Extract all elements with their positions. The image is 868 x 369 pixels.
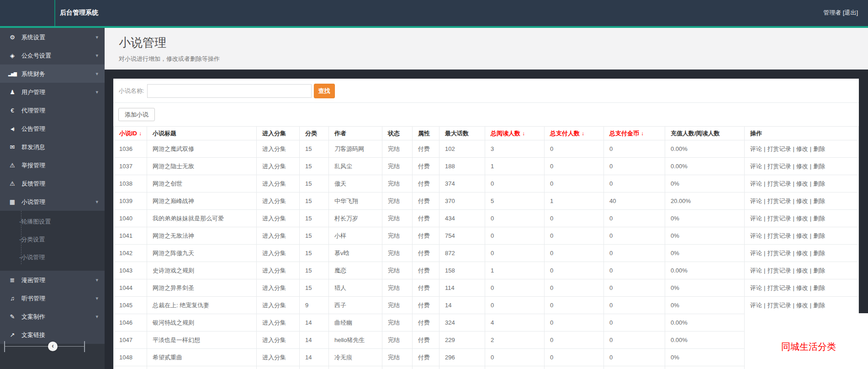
op-link-打赏记录[interactable]: 打赏记录 [767,215,791,222]
cell-author: 刀客源码网 [329,140,382,158]
cell-value: 0 [491,302,494,309]
enter-episodes-link[interactable]: 进入分集 [262,337,286,343]
cell-value: 0 [491,180,494,187]
table-row: 1038网游之创世进入分集15傲天完结付费3740000%评论|打赏记录|修改|… [114,175,859,193]
op-link-删除[interactable]: 删除 [813,145,825,152]
sidebar-item-公众号设置[interactable]: ◈公众号设置▾ [0,46,105,64]
sidebar-item-漫画管理[interactable]: ≣漫画管理▾ [0,271,105,289]
cell-attr: 付费 [413,349,439,366]
op-link-修改[interactable]: 修改 [796,250,808,257]
op-link-删除[interactable]: 删除 [813,302,825,309]
op-link-评论[interactable]: 评论 [750,232,762,239]
enter-episodes-link[interactable]: 进入分集 [262,198,286,204]
collapse-button[interactable]: ‹ [48,342,58,351]
cell-category: 15 [300,158,329,175]
op-link-删除[interactable]: 删除 [813,232,825,239]
op-link-评论[interactable]: 评论 [750,215,762,222]
cell-value: 付费 [418,163,430,170]
cell-value: 0 [550,284,553,291]
enter-episodes-link[interactable]: 进入分集 [262,232,286,239]
enter-episodes-link[interactable]: 进入分集 [262,250,286,257]
sidebar-item-群发消息[interactable]: ✉群发消息 [0,138,105,156]
enter-episodes-link[interactable]: 进入分集 [262,354,286,361]
enter-episodes-cell: 进入分集 [257,349,300,366]
op-link-评论[interactable]: 评论 [750,302,762,309]
op-link-修改[interactable]: 修改 [796,267,808,274]
column-header-总支付金币[interactable]: 总支付金币↓ [604,127,665,140]
search-button[interactable]: 查找 [314,84,335,98]
sidebar-subitem-小说管理[interactable]: -小说管理 [0,248,105,266]
novel-name-input[interactable] [147,84,312,98]
op-link-打赏记录[interactable]: 打赏记录 [767,198,791,204]
op-link-修改[interactable]: 修改 [796,163,808,170]
op-link-评论[interactable]: 评论 [750,145,762,152]
cell-author: 乱风尘 [329,158,382,175]
op-link-打赏记录[interactable]: 打赏记录 [767,302,791,309]
enter-episodes-link[interactable]: 进入分集 [262,267,286,274]
column-header-总支付人数[interactable]: 总支付人数↓ [545,127,604,140]
cell-value: 完结 [388,145,400,152]
op-link-修改[interactable]: 修改 [796,232,808,239]
op-link-删除[interactable]: 删除 [813,267,825,274]
column-header-总阅读人数[interactable]: 总阅读人数↓ [485,127,545,140]
sidebar-item-系统设置[interactable]: ⚙系统设置▾ [0,28,105,46]
op-link-修改[interactable]: 修改 [796,284,808,291]
op-link-修改[interactable]: 修改 [796,215,808,222]
enter-episodes-link[interactable]: 进入分集 [262,163,286,170]
op-link-打赏记录[interactable]: 打赏记录 [767,145,791,152]
add-novel-button[interactable]: 添加小说 [118,108,155,121]
enter-episodes-link[interactable]: 进入分集 [262,215,286,222]
op-link-删除[interactable]: 删除 [813,180,825,187]
enter-episodes-link[interactable]: 进入分集 [262,284,286,291]
cell-total_coins: 0 [604,332,665,349]
sidebar-item-听书管理[interactable]: ♫听书管理▾ [0,289,105,307]
cell-author: 村长万岁 [329,210,382,227]
sidebar-item-反馈管理[interactable]: ⚠反馈管理 [0,174,105,193]
op-link-打赏记录[interactable]: 打赏记录 [767,180,791,187]
op-link-打赏记录[interactable]: 打赏记录 [767,250,791,257]
cell-value: 0 [550,215,553,222]
sidebar-subitem-分类设置[interactable]: -分类设置 [0,230,105,248]
column-header-小说ID[interactable]: 小说ID↓ [114,127,147,140]
sidebar-item-用户管理[interactable]: ♟用户管理▾ [0,83,105,101]
sidebar-item-系统财务[interactable]: ▂▅▇系统财务▾ [0,64,105,83]
op-link-修改[interactable]: 修改 [796,198,808,204]
enter-episodes-link[interactable]: 进入分集 [262,180,286,187]
cell-value: 网游之魔武双修 [153,145,194,152]
op-link-修改[interactable]: 修改 [796,145,808,152]
op-link-删除[interactable]: 删除 [813,215,825,222]
enter-episodes-link[interactable]: 进入分集 [262,302,286,309]
sidebar-subitem-轮播图设置[interactable]: -轮播图设置 [0,213,105,230]
enter-episodes-link[interactable]: 进入分集 [262,145,286,152]
op-separator: | [810,250,811,257]
op-link-删除[interactable]: 删除 [813,284,825,291]
sidebar-item-文案制作[interactable]: ✎文案制作▾ [0,307,105,326]
op-link-打赏记录[interactable]: 打赏记录 [767,284,791,291]
cell-value: 324 [445,319,455,326]
op-link-打赏记录[interactable]: 打赏记录 [767,163,791,170]
enter-episodes-link[interactable]: 进入分集 [262,319,286,326]
sidebar-item-代理管理[interactable]: €代理管理 [0,101,105,119]
sidebar-item-小说管理[interactable]: ▦小说管理▾ [0,193,105,211]
op-link-评论[interactable]: 评论 [750,198,762,204]
op-link-修改[interactable]: 修改 [796,302,808,309]
op-link-删除[interactable]: 删除 [813,198,825,204]
op-link-打赏记录[interactable]: 打赏记录 [767,267,791,274]
sidebar-item-公告管理[interactable]: ◀)公告管理 [0,119,105,138]
op-link-评论[interactable]: 评论 [750,250,762,257]
op-link-评论[interactable]: 评论 [750,284,762,291]
op-link-评论[interactable]: 评论 [750,180,762,187]
op-link-删除[interactable]: 删除 [813,163,825,170]
op-link-删除[interactable]: 删除 [813,250,825,257]
op-link-评论[interactable]: 评论 [750,267,762,274]
op-link-修改[interactable]: 修改 [796,180,808,187]
sidebar-item-举报管理[interactable]: ⚠举报管理 [0,156,105,174]
cell-category: 14 [300,332,329,349]
op-link-评论[interactable]: 评论 [750,163,762,170]
gear-icon: ⚙ [7,28,17,47]
logout-link[interactable]: [退出] [843,9,858,16]
cell-attr: 付费 [413,175,439,193]
cell-author: 西子 [329,297,382,314]
cell-empty [665,366,745,369]
op-link-打赏记录[interactable]: 打赏记录 [767,232,791,239]
